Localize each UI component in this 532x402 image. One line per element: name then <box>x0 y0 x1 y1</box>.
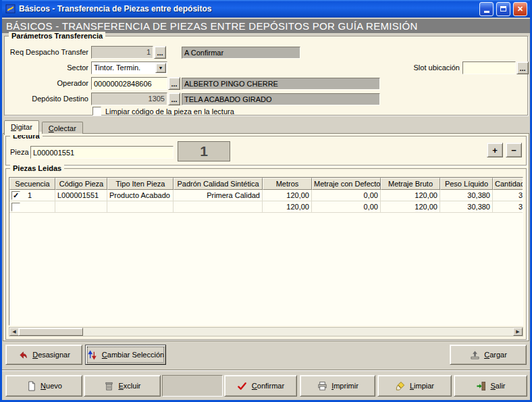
deposito-destino-value: 1305 <box>94 93 165 105</box>
cell-codigo <box>55 201 107 213</box>
cell-cantidad: 3 <box>493 201 523 213</box>
cell-peso: 30,380 <box>440 190 493 201</box>
title-bar: Básicos - Transferencia de Piezas entre … <box>2 0 530 18</box>
params-group: Parámetros Transferencia Req Despacho Tr… <box>4 36 528 116</box>
table-row-totals[interactable]: 120,00 0,00 120,00 30,380 3 <box>9 201 523 213</box>
minimize-button[interactable] <box>479 2 494 16</box>
salir-label: Salir <box>490 382 505 390</box>
desasignar-button[interactable]: Desasignar <box>5 345 82 365</box>
confirmar-icon <box>237 380 248 391</box>
window-title: Básicos - Transferencia de Piezas entre … <box>19 4 477 14</box>
scroll-right-button[interactable]: ▶ <box>513 328 523 336</box>
slot-ubicacion-label: Slot ubicación <box>398 64 460 72</box>
operador-lookup-button[interactable]: ... <box>168 77 180 90</box>
col-cantidad[interactable]: Cantidad L <box>493 178 523 190</box>
limpiar-icon <box>395 380 406 391</box>
piezas-leidas-group-title: Piezas Leidas <box>10 164 64 172</box>
tab-strip: Digitar Colectar <box>4 120 84 134</box>
req-despacho-field: 1 <box>91 46 153 59</box>
cell-padron <box>174 201 263 213</box>
excluir-icon <box>103 380 114 391</box>
cargar-icon <box>469 349 480 360</box>
client-area: BÁSICOS - TRANSFERENCIA DE PIEZAS ENTRE … <box>2 18 530 400</box>
cell-peso: 30,380 <box>440 201 493 213</box>
chevron-down-icon: ▼ <box>159 66 163 70</box>
desasignar-icon <box>18 349 28 360</box>
cambiar-seleccion-label: Cambiar Selección <box>102 351 164 359</box>
page-title: BÁSICOS - TRANSFERENCIA DE PIEZAS ENTRE … <box>2 19 530 33</box>
piezas-leidas-group: Piezas Leidas Secuencia Código Pieza Tip… <box>5 168 527 340</box>
req-despacho-label: Req Despacho Transfer <box>5 48 88 56</box>
salir-button[interactable]: Salir <box>454 375 527 397</box>
imprimir-label: Imprimir <box>331 382 358 390</box>
lectura-group: Lectura Pieza 1 + − <box>5 136 527 166</box>
operador-label: Operador <box>5 79 88 87</box>
limpiar-button[interactable]: Limpiar <box>377 375 452 397</box>
bottom-button-bar: Nuevo Excluir Confirmar Imprimir <box>2 370 530 400</box>
imprimir-button[interactable]: Imprimir <box>300 375 375 397</box>
scroll-right-icon: ▶ <box>516 329 519 334</box>
sector-dropdown-button[interactable]: ▼ <box>155 63 166 73</box>
cell-secuencia <box>9 201 55 213</box>
maximize-button[interactable] <box>496 2 510 16</box>
cell-tipo <box>107 201 174 213</box>
cambiar-seleccion-button[interactable]: Cambiar Selección <box>85 345 166 365</box>
check-icon: ✓ <box>13 192 19 199</box>
pieza-label: Pieza <box>10 148 28 156</box>
scrollbar-thumb[interactable] <box>18 328 83 336</box>
scroll-left-button[interactable]: ◀ <box>9 328 19 336</box>
imprimir-icon <box>317 380 327 391</box>
nuevo-icon <box>26 380 36 391</box>
col-codigo-pieza[interactable]: Código Pieza <box>55 178 107 190</box>
col-padron-calidad[interactable]: Padrón Calidad Sintética <box>174 178 263 190</box>
limpiar-codigo-checkbox[interactable] <box>92 107 101 116</box>
operador-input[interactable] <box>91 77 167 90</box>
req-despacho-value: 1 <box>94 47 151 58</box>
col-metraje-bruto[interactable]: Metraje Bruto <box>381 178 440 190</box>
col-peso-liquido[interactable]: Peso Líquido <box>440 178 493 190</box>
ellipsis-icon: ... <box>157 49 163 56</box>
col-tipo-iten[interactable]: Tipo Iten Pieza <box>107 178 174 190</box>
deposito-lookup-button[interactable]: ... <box>168 93 180 105</box>
sector-value: Tintor. Termin. <box>94 64 140 72</box>
table-row[interactable]: ✓ 1 L000001551 Producto Acabado Primera … <box>9 190 523 201</box>
ellipsis-icon: ... <box>171 80 177 87</box>
sector-select[interactable]: Tintor. Termin. ▼ <box>91 61 167 74</box>
col-metraje-defecto[interactable]: Metraje con Defecto <box>312 178 381 190</box>
grid-header-row: Secuencia Código Pieza Tipo Iten Pieza P… <box>9 178 523 190</box>
pieces-count-display: 1 <box>178 141 230 161</box>
limpiar-label: Limpiar <box>410 382 434 390</box>
col-metros[interactable]: Metros <box>263 178 312 190</box>
row-checkbox[interactable]: ✓ <box>11 191 20 200</box>
tab-colectar[interactable]: Colectar <box>42 122 83 134</box>
req-despacho-lookup-button[interactable]: ... <box>154 46 166 59</box>
confirmar-button[interactable]: Confirmar <box>224 375 297 397</box>
sector-label: Sector <box>5 64 88 72</box>
slot-ubicacion-input[interactable] <box>462 61 516 74</box>
slot-lookup-button[interactable]: ... <box>516 61 529 74</box>
scroll-left-icon: ◀ <box>12 329 16 334</box>
increment-button[interactable]: + <box>487 143 503 157</box>
cell-bruto: 120,00 <box>381 201 440 213</box>
excluir-button[interactable]: Excluir <box>84 375 161 397</box>
req-status-field: A Confirmar <box>182 47 300 59</box>
params-group-title: Parámetros Transferencia <box>9 32 105 40</box>
cell-tipo: Producto Acabado <box>107 190 174 201</box>
nuevo-button[interactable]: Nuevo <box>5 375 82 397</box>
confirmar-label: Confirmar <box>252 382 284 390</box>
button-bar-spacer <box>162 375 223 397</box>
cell-padron: Primera Calidad <box>174 190 263 201</box>
tab-digitar[interactable]: Digitar <box>4 120 39 135</box>
cargar-label: Cargar <box>484 351 507 359</box>
decrement-button[interactable]: − <box>506 143 522 157</box>
app-icon <box>5 3 16 14</box>
secuencia-value: 1 <box>28 191 32 199</box>
salir-icon <box>475 380 486 391</box>
limpiar-codigo-label: Limpiar código de la pieza en la lectura <box>105 107 234 116</box>
cargar-button[interactable]: Cargar <box>450 345 527 365</box>
row-checkbox[interactable] <box>11 203 20 211</box>
close-button[interactable]: ✕ <box>513 2 527 16</box>
horizontal-scrollbar[interactable]: ◀ ▶ <box>9 327 523 336</box>
pieza-input[interactable] <box>30 146 174 159</box>
col-secuencia[interactable]: Secuencia <box>9 178 55 190</box>
